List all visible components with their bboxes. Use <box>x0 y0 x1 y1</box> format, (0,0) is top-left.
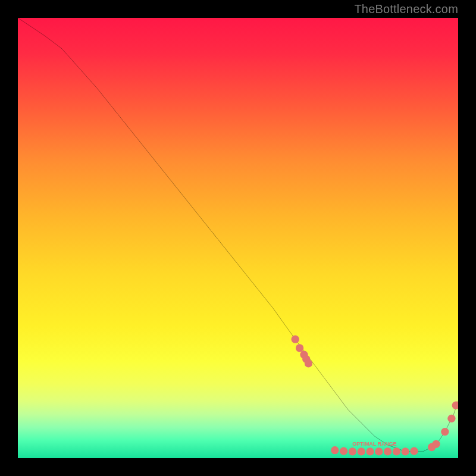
floor-cluster-dot <box>402 447 409 455</box>
right-cluster-dot <box>441 428 449 436</box>
right-cluster-dot <box>432 440 440 448</box>
plot-area: OPTIMAL RANGE <box>18 18 458 458</box>
right-cluster-dot <box>447 415 455 422</box>
bottleneck-curve <box>18 18 458 452</box>
floor-cluster-dot <box>349 447 356 455</box>
right-cluster-dot <box>452 402 458 409</box>
chart-svg: OPTIMAL RANGE <box>18 18 458 458</box>
floor-cluster-dot <box>393 447 400 455</box>
floor-cluster-dot <box>366 447 374 455</box>
left-cluster-dot <box>292 336 299 343</box>
floor-cluster-dot <box>410 447 418 455</box>
chart-stage: TheBottleneck.com OPTIMAL RANGE <box>0 0 476 476</box>
floor-label: OPTIMAL RANGE <box>352 441 396 447</box>
left-cluster-dot <box>305 359 312 367</box>
left-cluster-dot <box>296 344 303 352</box>
floor-cluster-dot <box>340 447 347 455</box>
floor-cluster-dot <box>375 447 383 455</box>
floor-cluster-dot <box>358 447 365 455</box>
watermark-text: TheBottleneck.com <box>354 2 458 16</box>
floor-cluster-dot <box>331 446 339 454</box>
floor-cluster-dot <box>384 447 392 455</box>
